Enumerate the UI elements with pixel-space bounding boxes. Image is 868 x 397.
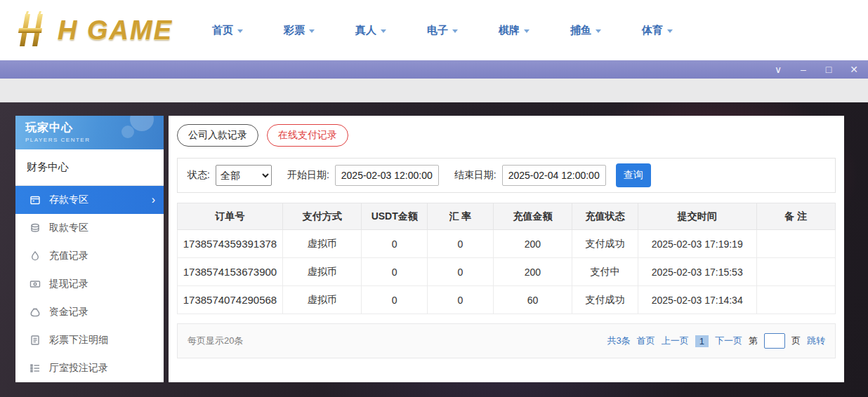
cell-remark: [756, 258, 836, 286]
logo-text: H GAME: [58, 15, 173, 46]
cell-exchange-rate: 0: [428, 258, 494, 286]
cell-submit-time: 2025-02-03 17:14:34: [638, 286, 756, 314]
nav-item-fishing[interactable]: 捕鱼: [570, 24, 601, 37]
logo[interactable]: H GAME: [13, 11, 173, 49]
table-header-row: 订单号 支付方式 USDT金额 汇 率 充值金额 充值状态 提交时间 备 注: [178, 203, 836, 230]
page-jump-input[interactable]: [764, 333, 785, 349]
nav-item-live[interactable]: 真人: [355, 24, 386, 37]
banknote-icon: [29, 278, 41, 290]
sidebar-item-hall-bet-records[interactable]: 厅室投注记录: [15, 354, 164, 382]
window-title-bar: ∨ – □ ✕: [0, 60, 868, 79]
close-icon[interactable]: ✕: [848, 65, 860, 74]
sidebar-item-lottery-bet-details[interactable]: 彩票下注明细: [15, 326, 164, 354]
table-row: 1738574074290568 虚拟币 0 0 60 支付成功 2025-02…: [178, 286, 836, 314]
next-page-link[interactable]: 下一页: [715, 335, 742, 347]
end-date-input[interactable]: [502, 165, 606, 186]
chevron-down-icon: [452, 29, 458, 33]
sidebar-title: 玩家中心: [25, 121, 164, 135]
cell-exchange-rate: 0: [428, 230, 494, 258]
header-payment-method: 支付方式: [282, 203, 361, 230]
start-date-input[interactable]: [335, 165, 439, 186]
sidebar-item-label: 彩票下注明细: [49, 334, 108, 346]
list-icon: [29, 363, 41, 374]
nav-label: 首页: [212, 24, 233, 37]
sidebar-section-finance: 财务中心: [15, 149, 164, 186]
jump-button[interactable]: 跳转: [807, 335, 825, 347]
start-date-label: 开始日期:: [287, 169, 329, 182]
nav-label: 彩票: [284, 24, 305, 37]
nav-item-sports[interactable]: 体育: [642, 24, 673, 37]
status-select[interactable]: 全部: [216, 165, 272, 186]
nav-item-lottery[interactable]: 彩票: [284, 24, 315, 37]
deposit-card-icon: [29, 194, 41, 206]
chevron-right-icon: ›: [152, 194, 155, 206]
sidebar-item-funds-records[interactable]: 资金记录: [15, 298, 164, 326]
minimize-icon[interactable]: –: [798, 65, 809, 74]
sidebar-header: 玩家中心 PLAYERS CENTER: [15, 116, 164, 149]
cell-payment-method: 虚拟币: [282, 286, 361, 314]
chevron-down-icon: [237, 29, 243, 33]
table-row: 1738574153673900 虚拟币 0 0 200 支付中 2025-02…: [178, 258, 836, 286]
first-page-link[interactable]: 首页: [637, 335, 655, 347]
nav-item-cards[interactable]: 棋牌: [499, 24, 530, 37]
page: H GAME 首页 彩票 真人 电子 棋牌: [0, 0, 868, 397]
cell-payment-method: 虚拟币: [282, 258, 361, 286]
cell-order-no: 1738574153673900: [178, 258, 283, 286]
chevron-down-icon: [524, 29, 530, 33]
main-panel: 公司入款记录 在线支付记录 状态: 全部 开始日期: 结束日期: 查询: [169, 116, 844, 382]
header-recharge-amount: 充值金额: [493, 203, 572, 230]
header-order-no: 订单号: [178, 203, 283, 230]
page-size-text: 每页显示20条: [188, 335, 243, 347]
query-button[interactable]: 查询: [616, 163, 651, 187]
total-count-text: 共3条: [607, 335, 631, 347]
nav-label: 棋牌: [499, 24, 520, 37]
maximize-icon[interactable]: □: [823, 65, 834, 74]
sidebar-item-withdrawal-records[interactable]: 提现记录: [15, 270, 164, 298]
nav-item-home[interactable]: 首页: [212, 24, 243, 37]
cell-recharge-amount: 60: [493, 286, 572, 314]
sidebar-item-deposit-zone[interactable]: 存款专区 ›: [15, 186, 164, 214]
chevron-down-icon: [667, 29, 673, 33]
coins-icon: [29, 222, 41, 234]
header-exchange-rate: 汇 率: [428, 203, 494, 230]
cell-recharge-amount: 200: [493, 258, 572, 286]
cell-order-no: 1738574359391378: [178, 230, 283, 258]
sidebar-section-label: 财务中心: [27, 161, 69, 173]
sidebar-item-recharge-records[interactable]: 充值记录: [15, 242, 164, 270]
toolbar-strip: [0, 79, 868, 102]
table-row: 1738574359391378 虚拟币 0 0 200 支付成功 2025-0…: [178, 230, 836, 258]
sidebar-menu: 存款专区 › 取款专区: [15, 186, 164, 382]
current-page-badge[interactable]: 1: [695, 335, 709, 347]
money-bag-icon: [29, 307, 41, 318]
jump-prefix-text: 第: [749, 335, 758, 347]
chevron-down-icon: [381, 29, 386, 33]
prev-page-link[interactable]: 上一页: [662, 335, 689, 347]
nav-label: 真人: [355, 24, 376, 37]
content-backdrop: 玩家中心 PLAYERS CENTER 财务中心 存款专区 ›: [0, 102, 868, 397]
sidebar-item-label: 厅室投注记录: [49, 362, 108, 375]
sidebar-item-label: 存款专区: [49, 194, 88, 206]
sidebar-subtitle: PLAYERS CENTER: [25, 137, 164, 143]
nav-label: 体育: [642, 24, 663, 37]
sidebar-item-label: 提现记录: [49, 278, 88, 290]
sidebar: 玩家中心 PLAYERS CENTER 财务中心 存款专区 ›: [15, 116, 164, 382]
cell-submit-time: 2025-02-03 17:15:53: [638, 258, 756, 286]
window-menu-icon[interactable]: ∨: [772, 65, 784, 74]
tab-online-payment-records[interactable]: 在线支付记录: [267, 124, 348, 147]
cell-recharge-status: 支付成功: [572, 230, 638, 258]
header-remark: 备 注: [756, 203, 836, 230]
cell-usdt-amount: 0: [362, 286, 428, 314]
nav-item-slots[interactable]: 电子: [427, 24, 458, 37]
header-usdt-amount: USDT金额: [362, 203, 428, 230]
record-tabs: 公司入款记录 在线支付记录: [177, 123, 836, 152]
logo-monogram-icon: [13, 11, 58, 49]
sidebar-item-withdraw-zone[interactable]: 取款专区: [15, 214, 164, 242]
chevron-down-icon: [309, 29, 315, 33]
header-recharge-status: 充值状态: [572, 203, 638, 230]
filter-bar: 状态: 全部 开始日期: 结束日期: 查询: [177, 158, 836, 193]
sidebar-item-label: 资金记录: [49, 306, 88, 318]
tab-company-deposit-records[interactable]: 公司入款记录: [177, 124, 258, 147]
status-label: 状态:: [188, 169, 210, 182]
window-controls: ∨ – □ ✕: [772, 60, 862, 79]
nav-label: 电子: [427, 24, 448, 37]
